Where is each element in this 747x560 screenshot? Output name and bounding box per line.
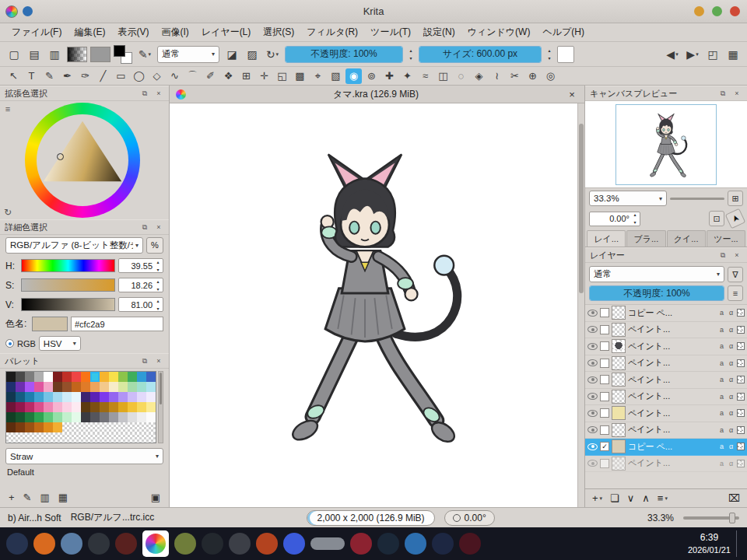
fill-tool-icon[interactable]: ◉ xyxy=(345,68,362,84)
layer-style-icon[interactable] xyxy=(737,326,745,334)
palette-swatch[interactable] xyxy=(137,372,146,382)
menu-item[interactable]: 画像(I) xyxy=(156,24,194,40)
move-layer-up-button[interactable]: ∧ xyxy=(642,492,650,504)
layer-row[interactable]: ペイント...aα xyxy=(585,405,747,422)
image-size-field[interactable]: 2,000 x 2,000 (126.9 MiB) xyxy=(307,510,434,526)
palette-swatch[interactable] xyxy=(34,432,44,443)
menu-item[interactable]: 編集(E) xyxy=(68,24,110,40)
file-manager-icon[interactable] xyxy=(61,533,82,555)
alpha-lock-icon[interactable]: a xyxy=(718,409,725,417)
brush-size-spinner[interactable]: ▴▾ xyxy=(545,47,554,62)
palette-swatch[interactable] xyxy=(72,412,81,422)
saturation-spinbox[interactable]: 18.26▴▾ xyxy=(118,278,163,292)
discord-icon[interactable] xyxy=(283,533,305,555)
add-swatch-icon[interactable]: + xyxy=(9,492,15,503)
canvas-preview[interactable] xyxy=(585,101,747,188)
delete-layer-button[interactable]: ⌧ xyxy=(728,492,740,504)
steam-icon[interactable] xyxy=(377,533,399,555)
layer-properties-button[interactable]: ≡▾ xyxy=(658,492,668,504)
preserve-alpha-icon[interactable]: ▨ xyxy=(243,45,261,64)
palette-swatch[interactable] xyxy=(16,372,25,382)
palette-swatch[interactable] xyxy=(72,432,81,443)
palette-swatch[interactable] xyxy=(6,402,16,412)
palette-swatch[interactable] xyxy=(62,412,72,422)
palette-swatch[interactable] xyxy=(100,402,109,412)
layer-style-icon[interactable] xyxy=(737,309,745,317)
palette-lock-icon[interactable]: ▣ xyxy=(151,492,160,503)
layer-visibility-icon[interactable] xyxy=(587,310,598,317)
app-blue-icon[interactable] xyxy=(405,533,426,555)
document-tab[interactable]: タマ.kra (126.9 MiB) × xyxy=(170,86,584,103)
inherit-alpha-icon[interactable]: α xyxy=(728,309,735,317)
preview-zoom-combo[interactable]: 33.3%▾ xyxy=(589,191,667,206)
down-arrow-icon[interactable]: ▾ xyxy=(153,285,163,293)
palette-swatch[interactable] xyxy=(6,422,16,432)
magnetic-select-tool-icon[interactable]: ✂ xyxy=(507,68,523,84)
close-dock-icon[interactable]: × xyxy=(731,250,742,261)
palette-swatch[interactable] xyxy=(44,412,53,422)
palette-swatch[interactable] xyxy=(100,412,109,422)
palette-swatch[interactable] xyxy=(6,412,16,422)
palette-swatch[interactable] xyxy=(137,422,146,432)
layer-checkbox[interactable] xyxy=(600,408,609,418)
canvas-rotation-field[interactable]: 0.00° xyxy=(444,510,495,526)
palette-swatch[interactable] xyxy=(118,422,128,432)
layer-style-icon[interactable] xyxy=(737,393,745,401)
palette-swatch[interactable] xyxy=(109,392,118,402)
palette-swatch[interactable] xyxy=(90,432,100,443)
foreground-color[interactable] xyxy=(114,45,125,57)
layer-row[interactable]: ペイント...aα xyxy=(585,355,747,373)
shape-select-tool-icon[interactable]: ↖ xyxy=(5,68,22,84)
obs-icon[interactable] xyxy=(115,533,137,555)
inherit-alpha-icon[interactable]: α xyxy=(728,460,735,467)
menu-item[interactable]: フィルタ(R) xyxy=(301,24,363,40)
canvas-vertical-scrollbar[interactable] xyxy=(577,103,584,507)
layer-thumbnail[interactable] xyxy=(612,390,626,404)
terminal-icon[interactable] xyxy=(88,533,110,555)
layer-checkbox[interactable] xyxy=(600,425,609,435)
menu-item[interactable]: ヘルプ(H) xyxy=(537,24,590,40)
palette-swatch[interactable] xyxy=(90,422,100,432)
palette-swatch[interactable] xyxy=(146,382,156,392)
palette-swatch[interactable] xyxy=(81,392,90,402)
similar-color-select-tool-icon[interactable]: ≈ xyxy=(417,68,433,84)
palette-swatch[interactable] xyxy=(53,392,62,402)
pattern-swatch[interactable] xyxy=(90,47,110,62)
palette-swatch[interactable] xyxy=(62,392,72,402)
palette-swatch[interactable] xyxy=(100,382,109,392)
palette-swatch[interactable] xyxy=(118,392,128,402)
palette-swatch[interactable] xyxy=(34,402,44,412)
crop-tool-icon[interactable]: ◱ xyxy=(274,68,290,84)
hue-channel-slider[interactable] xyxy=(21,259,115,272)
palette-swatch[interactable] xyxy=(118,412,128,422)
zoom-slider[interactable] xyxy=(683,516,739,520)
palette-swatch[interactable] xyxy=(72,372,81,382)
percent-toggle-button[interactable]: % xyxy=(146,237,163,254)
alpha-lock-icon[interactable]: a xyxy=(718,376,725,383)
inherit-alpha-icon[interactable]: α xyxy=(728,443,735,450)
canvas[interactable] xyxy=(170,103,584,507)
palette-swatch[interactable] xyxy=(109,382,118,392)
palette-swatch[interactable] xyxy=(109,422,118,432)
layer-checkbox[interactable] xyxy=(600,459,609,468)
palette-swatch[interactable] xyxy=(128,372,137,382)
layer-style-icon[interactable] xyxy=(737,376,745,383)
pattern-edit-tool-icon[interactable]: ▧ xyxy=(328,68,344,84)
grid-icon[interactable]: ▦ xyxy=(724,45,742,64)
menu-item[interactable]: 設定(N) xyxy=(418,24,461,40)
palette-swatch[interactable] xyxy=(81,412,90,422)
palette-swatch[interactable] xyxy=(16,412,25,422)
palette-swatch[interactable] xyxy=(109,432,118,443)
inherit-alpha-icon[interactable]: α xyxy=(728,326,735,334)
duplicate-layer-button[interactable]: ❏ xyxy=(610,492,619,504)
layer-blend-combo[interactable]: 通常▾ xyxy=(589,266,724,282)
inherit-alpha-icon[interactable]: α xyxy=(728,376,735,383)
zoom-slider-thumb[interactable] xyxy=(729,513,735,523)
palette-swatch[interactable] xyxy=(146,432,156,443)
app-maroon-icon[interactable] xyxy=(459,533,481,555)
down-arrow-icon[interactable]: ▾ xyxy=(153,266,163,274)
layer-thumbnail[interactable] xyxy=(612,423,626,437)
palette-swatch[interactable] xyxy=(137,432,146,443)
palette-swatch[interactable] xyxy=(44,422,53,432)
menu-item[interactable]: ウィンドウ(W) xyxy=(462,24,536,40)
